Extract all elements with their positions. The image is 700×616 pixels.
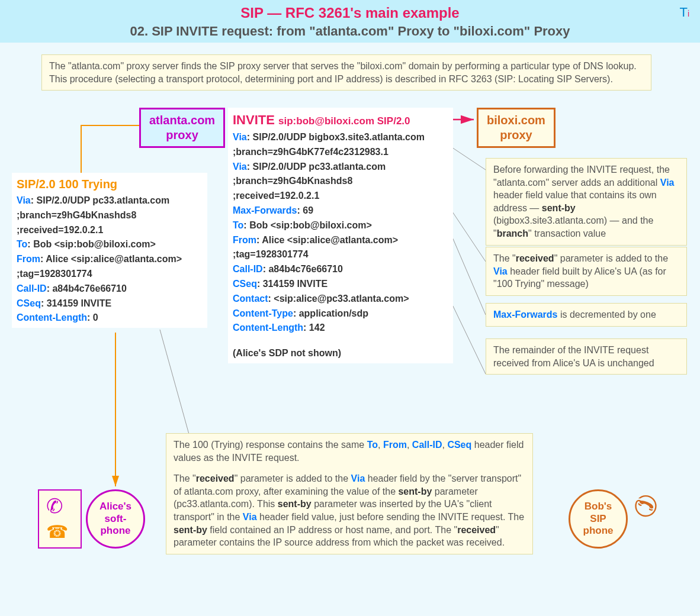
svg-line-2 xyxy=(450,146,486,170)
invite-line-0: Via: SIP/2.0/UDP bigbox3.site3.atlanta.c… xyxy=(233,130,448,145)
top-note: The "atlanta.com" proxy server finds the… xyxy=(41,54,651,91)
invite-line-9: Call-ID: a84b4c76e66710 xyxy=(233,262,448,277)
trying-line-3: To: Bob <sip:bob@biloxi.com> xyxy=(17,237,203,252)
invite-line-11: Contact: <sip:alice@pc33.atlanta.com> xyxy=(233,292,448,307)
top-note-text: The "atlanta.com" proxy server finds the… xyxy=(49,61,637,84)
svg-line-6 xyxy=(160,330,190,436)
page-subtitle: 02. SIP INVITE request: from "atlanta.co… xyxy=(0,24,700,39)
svg-line-5 xyxy=(450,300,486,374)
biloxi-proxy-label-2: proxy xyxy=(487,128,545,143)
bob-phone-circle: Bob's SIP phone xyxy=(569,489,628,549)
trying-line-1: ;branch=z9hG4bKnashds8 xyxy=(17,208,203,223)
bob-phone-label: Bob's SIP phone xyxy=(583,501,614,537)
trying-line-5: ;tag=1928301774 xyxy=(17,267,203,282)
biloxi-proxy-box: biloxi.com proxy xyxy=(477,108,555,148)
atlanta-proxy-label-2: proxy xyxy=(149,128,215,143)
invite-line-6: To: Bob <sip:bob@biloxi.com> xyxy=(233,218,448,233)
invite-uri: sip:bob@biloxi.com SIP/2.0 xyxy=(278,115,410,127)
page-title: SIP — RFC 3261's main example xyxy=(0,5,700,21)
svg-line-3 xyxy=(450,208,486,262)
svg-line-4 xyxy=(450,232,486,315)
invite-line-12: Content-Type: application/sdp xyxy=(233,307,448,321)
side-note-maxforwards: Max-Forwards is decremented by one xyxy=(486,303,687,327)
bottom-note-p2: The "received" parameter is added to the… xyxy=(174,472,525,549)
handset-down-icon: ☎ xyxy=(46,521,68,542)
bottom-note: The 100 (Trying) response contains the s… xyxy=(166,433,533,554)
diagram-canvas: The "atlanta.com" proxy server finds the… xyxy=(0,43,700,605)
alice-phone-circle: Alice's soft- phone xyxy=(86,489,145,549)
side-note-via: Before forwarding the INVITE request, th… xyxy=(486,158,687,246)
invite-line-10: CSeq: 314159 INVITE xyxy=(233,277,448,292)
invite-line-13: Content-Length: 142 xyxy=(233,321,448,336)
logo-i: i xyxy=(688,9,689,18)
trying-line-0: Via: SIP/2.0/UDP pc33.atlanta.com xyxy=(17,193,203,208)
trying-line-7: CSeq: 314159 INVITE xyxy=(17,296,203,311)
trying-message: SIP/2.0 100 Trying Via: SIP/2.0/UDP pc33… xyxy=(12,173,207,328)
atlanta-proxy-label-1: atlanta.com xyxy=(149,113,215,128)
side-note-remainder: The remainder of the INVITE request rece… xyxy=(486,338,687,375)
invite-message: INVITE sip:bob@biloxi.com SIP/2.0 Via: S… xyxy=(228,108,453,363)
trying-line-8: Content-Length: 0 xyxy=(17,311,203,325)
invite-footer: (Alice's SDP not shown) xyxy=(233,346,448,361)
atlanta-proxy-box: atlanta.com proxy xyxy=(139,108,225,148)
invite-line-3: ;branch=z9hG4bKnashds8 xyxy=(233,174,448,189)
invite-line-1: ;branch=z9hG4bK77ef4c2312983.1 xyxy=(233,145,448,160)
alice-softphone-rect: ✆ ☎ xyxy=(38,489,82,549)
trying-line-2: ;received=192.0.2.1 xyxy=(17,223,203,238)
logo-ti: Ti xyxy=(679,5,689,20)
header-bar: SIP — RFC 3261's main example 02. SIP IN… xyxy=(0,0,700,43)
invite-line-8: ;tag=1928301774 xyxy=(233,247,448,262)
trying-line-4: From: Alice <sip:alice@atlanta.com> xyxy=(17,252,203,267)
invite-line-4: ;received=192.0.2.1 xyxy=(233,189,448,204)
alice-phone-label: Alice's soft- phone xyxy=(99,501,131,537)
invite-line-5: Max-Forwards: 69 xyxy=(233,204,448,218)
invite-line-2: Via: SIP/2.0/UDP pc33.atlanta.com xyxy=(233,160,448,175)
logo-t: T xyxy=(679,5,687,20)
invite-title: INVITE sip:bob@biloxi.com SIP/2.0 xyxy=(233,110,448,130)
biloxi-proxy-label-1: biloxi.com xyxy=(487,113,545,128)
trying-title: SIP/2.0 100 Trying xyxy=(17,175,203,193)
bottom-note-p1: The 100 (Trying) response contains the s… xyxy=(174,438,525,464)
bob-handset-icon: ✆ xyxy=(629,494,662,518)
handset-upright-icon: ✆ xyxy=(46,494,63,518)
invite-method: INVITE xyxy=(233,112,275,127)
invite-line-7: From: Alice <sip:alice@atlanta.com> xyxy=(233,233,448,248)
side-note-received: The "received" parameter is added to the… xyxy=(486,247,687,296)
trying-line-6: Call-ID: a84b4c76e66710 xyxy=(17,282,203,296)
